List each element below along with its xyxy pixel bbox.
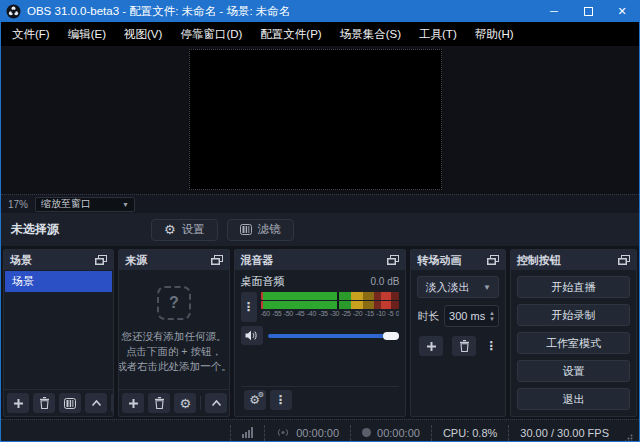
toolbar-separator xyxy=(200,396,201,410)
remove-scene-button[interactable] xyxy=(33,393,55,413)
start-streaming-button[interactable]: 开始直播 xyxy=(517,276,630,298)
source-properties-toolbar-button[interactable]: ⚙ xyxy=(174,393,196,413)
source-properties-label: 设置 xyxy=(182,222,205,237)
resize-grip[interactable] xyxy=(624,434,633,442)
zoom-level: 17% xyxy=(8,199,28,210)
close-button[interactable]: ✕ xyxy=(605,0,639,22)
channel-options-button[interactable]: ⋮ xyxy=(241,292,257,322)
maximize-button[interactable] xyxy=(571,0,605,22)
volume-slider-track xyxy=(268,334,400,338)
menu-help[interactable]: 帮助(H) xyxy=(466,22,523,46)
cpu-usage: CPU: 0.8% xyxy=(431,425,508,441)
volume-slider-handle[interactable] xyxy=(383,332,399,340)
source-filters-button[interactable]: 滤镜 xyxy=(227,219,294,241)
spin-down-icon[interactable]: ▼ xyxy=(489,316,495,322)
audio-level-db: 0.0 dB xyxy=(371,276,400,287)
sources-empty-line: 点击下面的 + 按钮， xyxy=(126,344,222,359)
broadcast-icon xyxy=(276,427,290,438)
exit-button[interactable]: 退出 xyxy=(517,388,630,410)
kebab-icon: ⋮ xyxy=(275,393,287,407)
menu-bar: 文件(F) 编辑(E) 视图(V) 停靠窗口(D) 配置文件(P) 场景集合(S… xyxy=(1,22,639,46)
sources-empty-state[interactable]: ? 您还没有添加任何源。 点击下面的 + 按钮， 或者右击此处添加一个。 xyxy=(119,270,228,389)
popout-icon[interactable] xyxy=(387,255,399,265)
scenes-list: 场景 xyxy=(4,270,113,389)
add-transition-button[interactable] xyxy=(419,336,443,356)
trash-icon xyxy=(459,340,470,352)
volume-slider[interactable] xyxy=(268,329,400,343)
zoom-mode-dropdown[interactable]: 缩放至窗口 ▼ xyxy=(35,197,135,212)
scenes-panel-header: 场景 xyxy=(4,250,113,270)
spinner-arrows[interactable]: ▲▼ xyxy=(489,310,498,322)
popout-icon[interactable] xyxy=(211,255,223,265)
studio-mode-button[interactable]: 工作室模式 xyxy=(517,332,630,354)
add-scene-button[interactable] xyxy=(7,393,29,413)
plus-icon xyxy=(13,398,24,409)
mute-button[interactable] xyxy=(241,326,263,345)
cpu-usage-value: CPU: 0.8% xyxy=(443,427,497,439)
advanced-audio-button[interactable]: ⚙⚙ xyxy=(244,390,266,410)
mixer-more-button[interactable]: ⋮ xyxy=(270,390,292,410)
obs-main-window: OBS 31.0.0-beta3 - 配置文件: 未命名 - 场景: 未命名 ─… xyxy=(0,0,640,442)
scenes-toolbar: ⋮ xyxy=(4,389,113,416)
minimize-button[interactable]: ─ xyxy=(537,0,571,22)
menu-scene-collection[interactable]: 场景集合(S) xyxy=(331,22,410,46)
popout-icon[interactable] xyxy=(487,255,499,265)
stream-status: 00:00:00 xyxy=(264,425,350,441)
settings-button[interactable]: 设置 xyxy=(517,360,630,382)
no-source-label: 未选择源 xyxy=(11,221,59,238)
sources-panel-header: 来源 xyxy=(119,250,228,270)
start-recording-button[interactable]: 开始录制 xyxy=(517,304,630,326)
window-title: OBS 31.0.0-beta3 - 配置文件: 未命名 - 场景: 未命名 xyxy=(27,4,290,19)
transitions-panel-title: 转场动画 xyxy=(417,253,461,268)
record-icon xyxy=(362,428,371,437)
move-scene-up-button[interactable] xyxy=(85,393,107,413)
sources-panel-title: 来源 xyxy=(125,253,147,268)
preview-canvas[interactable] xyxy=(1,46,639,194)
scene-filters-button[interactable] xyxy=(59,393,81,413)
popout-icon[interactable] xyxy=(95,255,107,265)
scene-preview[interactable] xyxy=(189,49,442,190)
fps-status: 30.00 / 30.00 FPS xyxy=(508,425,620,441)
transitions-panel: 转场动画 淡入淡出 ▼ 时长 300 ms ▲▼ xyxy=(410,249,505,417)
menu-tools[interactable]: 工具(T) xyxy=(410,22,466,46)
source-filters-label: 滤镜 xyxy=(258,222,281,237)
sources-toolbar: ⚙ ⋮ xyxy=(119,389,228,416)
transitions-panel-header: 转场动画 xyxy=(411,250,504,270)
advanced-audio-icon: ⚙⚙ xyxy=(249,394,260,406)
zoom-mode-value: 缩放至窗口 xyxy=(41,197,91,211)
chevron-down-icon: ▼ xyxy=(122,201,129,208)
menu-view[interactable]: 视图(V) xyxy=(115,22,171,46)
move-source-up-button[interactable] xyxy=(205,393,227,413)
scenes-more-button[interactable]: ⋮ xyxy=(111,393,113,413)
remove-source-button[interactable] xyxy=(148,393,170,413)
status-bar: 00:00:00 00:00:00 CPU: 0.8% 30.00 / 30.0… xyxy=(1,419,639,442)
sources-empty-line: 您还没有添加任何源。 xyxy=(121,329,226,344)
menu-file[interactable]: 文件(F) xyxy=(3,22,59,46)
plus-icon xyxy=(128,398,139,409)
controls-body: 开始直播 开始录制 工作室模式 设置 退出 xyxy=(511,270,636,416)
preview-zoom-row: 17% 缩放至窗口 ▼ xyxy=(1,194,639,213)
duration-value: 300 ms xyxy=(445,310,488,322)
scenes-panel: 场景 场景 ⋮ xyxy=(3,249,114,417)
stream-time: 00:00:00 xyxy=(296,427,339,439)
transition-dropdown[interactable]: 淡入淡出 ▼ xyxy=(417,276,498,298)
duration-label: 时长 xyxy=(417,309,439,324)
source-properties-button[interactable]: ⚙ 设置 xyxy=(151,219,218,241)
menu-edit[interactable]: 编辑(E) xyxy=(59,22,115,46)
add-source-button[interactable] xyxy=(122,393,144,413)
mixer-toolbar: ⚙⚙ ⋮ xyxy=(241,386,400,413)
duration-spinner[interactable]: 300 ms ▲▼ xyxy=(444,305,498,327)
filter-icon xyxy=(240,224,252,235)
scene-list-item[interactable]: 场景 xyxy=(5,271,112,292)
connection-status xyxy=(230,425,264,441)
transitions-more-button[interactable]: ⋮ xyxy=(485,339,497,353)
context-buttons: ⚙ 设置 滤镜 xyxy=(151,219,294,241)
menu-docks[interactable]: 停靠窗口(D) xyxy=(171,22,251,46)
popout-icon[interactable] xyxy=(618,255,630,265)
menu-profile[interactable]: 配置文件(P) xyxy=(251,22,330,46)
volume-meter-scale: -60-55-50-45-40-35-30-25-20-15-10-50 xyxy=(261,310,400,317)
kebab-icon: ⋮ xyxy=(243,300,255,314)
speaker-icon xyxy=(245,330,258,341)
remove-transition-button[interactable] xyxy=(452,336,476,356)
record-status: 00:00:00 xyxy=(350,425,431,441)
